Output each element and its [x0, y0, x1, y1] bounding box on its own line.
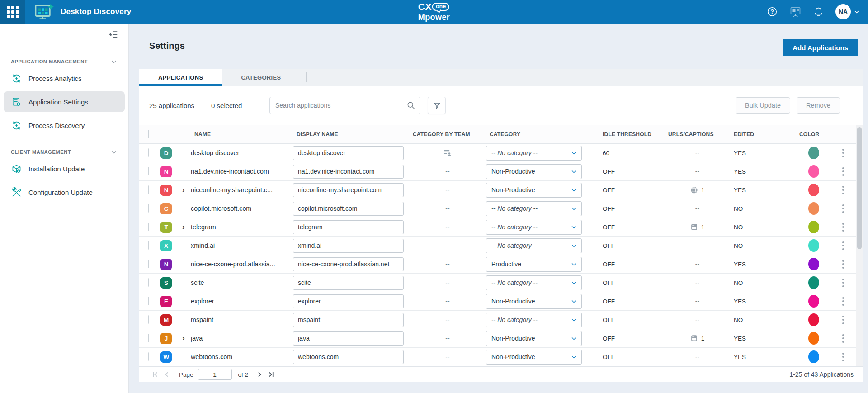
category-value: -- No category -- [491, 149, 538, 156]
collapse-sidebar-button[interactable] [108, 29, 118, 39]
chevron-down-icon [571, 150, 577, 156]
row-checkbox[interactable] [148, 278, 149, 287]
row-checkbox[interactable] [148, 223, 149, 231]
category-select[interactable]: Non-Productive [486, 183, 582, 198]
notifications-button[interactable] [813, 6, 824, 17]
app-name: desktop discover [191, 149, 293, 156]
sidebar-item-process-discovery[interactable]: Process Discovery [4, 115, 125, 136]
category-select[interactable]: Non-Productive [486, 164, 582, 179]
display-name-input[interactable] [293, 146, 404, 160]
row-menu-button[interactable] [832, 223, 854, 232]
category-select[interactable]: Non-Productive [486, 294, 582, 309]
next-page-button[interactable] [254, 370, 265, 379]
category-select[interactable]: -- No category -- [486, 313, 582, 327]
row-checkbox[interactable] [148, 297, 149, 305]
help-button[interactable]: ? [767, 6, 778, 17]
row-menu-button[interactable] [832, 186, 854, 194]
sidebar-item-configuration-update[interactable]: Configuration Update [4, 182, 125, 203]
display-name-input[interactable] [293, 313, 404, 327]
app-letter-badge: J [160, 333, 172, 344]
section-header-client-management[interactable]: CLIENT MANAGEMENT [0, 148, 128, 156]
row-checkbox[interactable] [148, 334, 149, 342]
previous-page-button[interactable] [161, 370, 173, 379]
urls-captions: -- [665, 149, 730, 156]
app-name: scite [191, 279, 293, 286]
category-value: Productive [491, 260, 521, 268]
pagination-bar: Page of 2 1-25 of 43 Applications [139, 366, 863, 382]
idle-threshold: OFF [599, 187, 665, 194]
display-name-input[interactable] [293, 239, 404, 253]
display-name-input[interactable] [293, 183, 404, 197]
row-checkbox[interactable] [148, 260, 149, 268]
table-row: J › java -- Non-Productive OFF 1 YES [139, 329, 856, 348]
sidebar-item-process-analytics[interactable]: Process Analytics [4, 68, 125, 89]
row-menu-button[interactable] [832, 260, 854, 269]
grid-menu-icon [7, 6, 19, 18]
add-applications-button[interactable]: Add Applications [783, 39, 858, 56]
display-name-input[interactable] [293, 202, 404, 216]
category-select[interactable]: -- No category -- [486, 146, 582, 161]
select-all-checkbox[interactable] [148, 130, 149, 138]
last-page-button[interactable] [265, 370, 277, 379]
configuration-update-icon [11, 187, 22, 198]
category-by-team-empty: -- [445, 260, 449, 268]
remove-button[interactable]: Remove [797, 97, 840, 114]
row-checkbox[interactable] [148, 204, 149, 213]
sidebar-item-application-settings[interactable]: Application Settings [4, 91, 125, 112]
filter-button[interactable] [428, 97, 446, 114]
urls-captions: 1 [665, 334, 730, 342]
tab-applications[interactable]: APPLICATIONS [139, 69, 222, 86]
row-menu-button[interactable] [832, 353, 854, 361]
sidebar-nav: APPLICATION MANAGEMENT Process Analytics… [0, 58, 128, 203]
display-name-input[interactable] [293, 350, 404, 364]
row-menu-button[interactable] [832, 279, 854, 287]
display-name-input[interactable] [293, 165, 404, 179]
bulk-update-button[interactable]: Bulk Update [736, 97, 790, 114]
expand-row-icon[interactable]: › [179, 334, 185, 342]
category-select[interactable]: -- No category -- [486, 238, 582, 253]
category-by-team-empty: -- [445, 353, 449, 360]
section-header-application-management[interactable]: APPLICATION MANAGEMENT [0, 58, 128, 65]
row-menu-button[interactable] [832, 167, 854, 176]
display-name-input[interactable] [293, 257, 404, 271]
search-input[interactable] [270, 102, 406, 109]
category-select[interactable]: -- No category -- [486, 275, 582, 290]
category-select[interactable]: Non-Productive [486, 350, 582, 365]
desktop-discovery-logo-icon [33, 3, 54, 20]
category-select[interactable]: Productive [486, 257, 582, 272]
category-value: Non-Productive [491, 298, 535, 305]
svg-text:?: ? [770, 9, 774, 15]
row-menu-button[interactable] [832, 297, 854, 306]
tab-categories[interactable]: CATEGORIES [222, 69, 300, 86]
expand-row-icon[interactable]: › [179, 223, 185, 231]
row-checkbox[interactable] [148, 148, 149, 157]
expand-row-icon[interactable]: › [179, 185, 185, 194]
screen-share-button[interactable] [789, 6, 802, 18]
category-by-team-empty: -- [445, 168, 449, 175]
display-name-input[interactable] [293, 331, 404, 346]
sidebar-item-installation-update[interactable]: Installation Update [4, 158, 125, 179]
row-checkbox[interactable] [148, 167, 149, 175]
display-name-input[interactable] [293, 294, 404, 308]
row-menu-button[interactable] [832, 316, 854, 324]
row-menu-button[interactable] [832, 149, 854, 157]
scrollbar-thumb[interactable] [857, 127, 862, 249]
category-select[interactable]: -- No category -- [486, 201, 582, 216]
display-name-input[interactable] [293, 220, 404, 234]
app-launcher-button[interactable] [0, 0, 25, 24]
user-menu[interactable]: NA [835, 4, 860, 19]
display-name-input[interactable] [293, 276, 404, 290]
row-menu-button[interactable] [832, 241, 854, 250]
row-menu-button[interactable] [832, 334, 854, 343]
category-select[interactable]: Non-Productive [486, 331, 582, 346]
category-select[interactable]: -- No category -- [486, 220, 582, 235]
row-checkbox[interactable] [148, 352, 149, 361]
row-checkbox[interactable] [148, 315, 149, 324]
row-checkbox[interactable] [148, 185, 149, 194]
first-page-button[interactable] [149, 370, 161, 379]
page-number-input[interactable] [198, 369, 232, 380]
table-header: NAME DISPLAY NAME CATEGORY BY TEAM CATEG… [139, 125, 856, 144]
row-checkbox[interactable] [148, 241, 149, 250]
row-menu-button[interactable] [832, 204, 854, 213]
applications-panel: 25 applications 0 selected Bulk Update R… [139, 86, 863, 382]
